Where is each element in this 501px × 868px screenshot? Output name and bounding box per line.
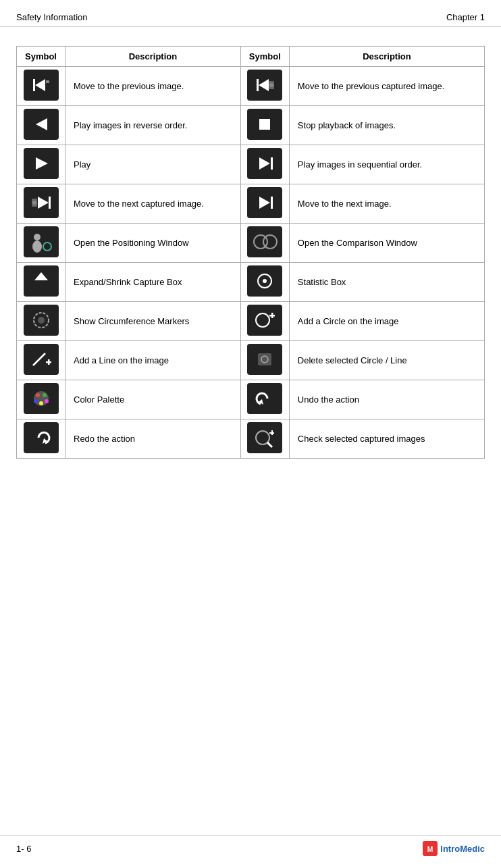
symbol-table: Symbol Description Symbol Description Mo…	[16, 46, 485, 459]
play-icon	[24, 148, 59, 179]
statistic-box-icon	[247, 265, 282, 297]
positioning-icon	[24, 226, 59, 257]
svg-rect-1	[33, 79, 35, 91]
svg-rect-59	[247, 383, 282, 414]
symbol-cell-left-4	[17, 224, 65, 263]
seq-play-icon	[247, 148, 282, 179]
color-palette-icon	[24, 383, 59, 414]
table-row: Add a Line on the imageDelete selected C…	[17, 341, 485, 380]
symbol-cell-right-9	[240, 419, 289, 459]
svg-point-55	[43, 393, 47, 397]
table-row: Show Circumference MarkersAdd a Circle o…	[17, 302, 485, 341]
svg-point-57	[39, 401, 43, 405]
desc-cell-right-2: Play images in sequential order.	[289, 145, 484, 184]
symbol-cell-right-0	[240, 67, 289, 106]
desc-cell-left-7: Add a Line on the image	[65, 341, 241, 380]
symbol-cell-right-1	[240, 106, 289, 145]
svg-rect-22	[49, 197, 51, 209]
page-number: 1- 6	[16, 844, 31, 854]
desc-cell-right-5: Statistic Box	[289, 263, 484, 302]
svg-point-56	[34, 399, 38, 403]
desc-cell-right-3: Move to the next image.	[289, 184, 484, 224]
svg-point-8	[269, 83, 273, 87]
svg-rect-41	[247, 305, 282, 336]
symbol-cell-left-9	[17, 419, 65, 459]
desc-cell-right-4: Open the Comparison Window	[289, 224, 484, 263]
svg-rect-45	[24, 344, 59, 375]
desc-cell-left-6: Show Circumference Markers	[65, 302, 241, 341]
symbol-cell-left-0	[17, 67, 65, 106]
add-circle-icon	[247, 305, 282, 336]
prev-image-icon	[24, 70, 59, 101]
logo: M IntroMedic	[423, 841, 485, 856]
desc-cell-right-9: Check selected captured images	[289, 419, 484, 459]
desc-cell-left-4: Open the Positioning Window	[65, 224, 241, 263]
table-row: Move to the previous image.Move to the p…	[17, 67, 485, 106]
symbol-cell-right-2	[240, 145, 289, 184]
svg-point-54	[36, 393, 40, 397]
table-row: Open the Positioning WindowOpen the Comp…	[17, 224, 485, 263]
svg-rect-44	[271, 313, 273, 318]
symbol-cell-left-8	[17, 380, 65, 419]
expand-shrink-icon	[24, 265, 59, 297]
desc-cell-right-0: Move to the previous captured image.	[289, 67, 484, 106]
svg-rect-12	[259, 119, 270, 130]
svg-rect-25	[271, 197, 273, 209]
page-footer: 1- 6 M IntroMedic	[0, 835, 501, 856]
col2-header: Description	[65, 47, 241, 67]
desc-cell-left-8: Color Palette	[65, 380, 241, 419]
page-content: Symbol Description Symbol Description Mo…	[0, 27, 501, 486]
svg-point-28	[32, 240, 42, 253]
svg-rect-48	[48, 359, 50, 365]
next-image-icon	[247, 187, 282, 218]
desc-cell-right-7: Delete selected Circle / Line	[289, 341, 484, 380]
comparison-icon	[247, 226, 282, 257]
col4-header: Description	[289, 47, 484, 67]
svg-point-20	[32, 201, 36, 205]
circumference-icon	[24, 305, 59, 336]
col3-header: Symbol	[240, 47, 289, 67]
desc-cell-left-3: Move to the next captured image.	[65, 184, 241, 224]
table-row: PlayPlay images in sequential order.	[17, 145, 485, 184]
desc-cell-left-2: Play	[65, 145, 241, 184]
desc-cell-right-1: Stop playback of images.	[289, 106, 484, 145]
desc-cell-left-5: Expand/Shrink Capture Box	[65, 263, 241, 302]
desc-cell-left-1: Play images in reverse order.	[65, 106, 241, 145]
symbol-cell-right-8	[240, 380, 289, 419]
desc-cell-left-9: Redo the action	[65, 419, 241, 459]
logo-text: IntroMedic	[440, 844, 485, 854]
symbol-cell-left-2	[17, 145, 65, 184]
table-row: Play images in reverse order.Stop playba…	[17, 106, 485, 145]
symbol-cell-right-4	[240, 224, 289, 263]
desc-cell-right-8: Undo the action	[289, 380, 484, 419]
next-captured-icon	[24, 187, 59, 218]
symbol-cell-left-7	[17, 341, 65, 380]
delete-circle-line-icon	[247, 344, 282, 375]
symbol-cell-right-7	[240, 341, 289, 380]
stop-icon	[247, 109, 282, 140]
symbol-cell-left-5	[17, 263, 65, 302]
svg-point-40	[38, 317, 45, 324]
page-header: Safety Information Chapter 1	[0, 0, 501, 27]
svg-rect-50	[258, 353, 271, 365]
symbol-cell-right-3	[240, 184, 289, 224]
symbol-cell-right-6	[240, 302, 289, 341]
add-line-icon	[24, 344, 59, 375]
reverse-play-icon	[24, 109, 59, 140]
svg-point-27	[34, 234, 41, 240]
table-row: Redo the actionCheck selected captured i…	[17, 419, 485, 459]
svg-rect-5	[257, 79, 259, 91]
svg-point-37	[263, 279, 267, 283]
table-row: Expand/Shrink Capture BoxStatistic Box	[17, 263, 485, 302]
symbol-cell-right-5	[240, 263, 289, 302]
col1-header: Symbol	[17, 47, 65, 67]
svg-rect-26	[24, 226, 59, 257]
logo-icon: M	[423, 841, 438, 856]
desc-cell-left-0: Move to the previous image.	[65, 67, 241, 106]
svg-rect-33	[24, 265, 59, 297]
svg-rect-3	[46, 80, 49, 83]
check-captured-icon	[247, 422, 282, 453]
svg-rect-61	[24, 422, 59, 453]
svg-rect-67	[271, 430, 273, 435]
svg-rect-17	[271, 157, 273, 170]
